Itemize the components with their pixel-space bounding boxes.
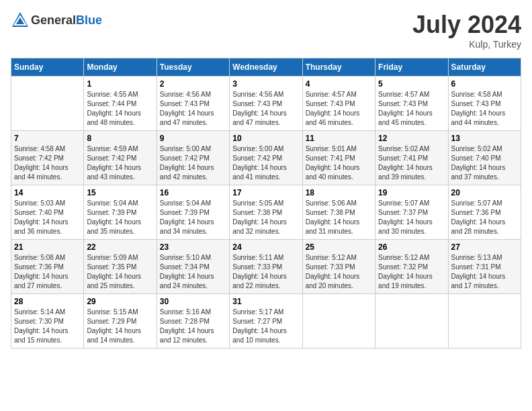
day-number: 22	[87, 242, 153, 252]
month-title: July 2024	[412, 11, 521, 39]
day-info: Sunrise: 4:57 AM Sunset: 7:43 PM Dayligh…	[306, 90, 372, 128]
day-info: Sunrise: 5:17 AM Sunset: 7:27 PM Dayligh…	[232, 308, 299, 345]
day-info: Sunrise: 5:15 AM Sunset: 7:29 PM Dayligh…	[87, 308, 153, 345]
calendar-day-cell: 8Sunrise: 4:59 AM Sunset: 7:42 PM Daylig…	[84, 131, 157, 185]
day-info: Sunrise: 5:03 AM Sunset: 7:40 PM Dayligh…	[14, 199, 81, 236]
location: Kulp, Turkey	[412, 39, 521, 50]
day-number: 19	[378, 188, 445, 197]
day-number: 17	[232, 188, 299, 197]
day-of-week-header: Saturday	[448, 58, 521, 77]
calendar-day-cell	[375, 294, 448, 349]
logo-text-general: General	[31, 13, 76, 27]
calendar-day-cell	[302, 294, 375, 349]
calendar-week-row: 21Sunrise: 5:08 AM Sunset: 7:36 PM Dayli…	[11, 240, 521, 294]
calendar-week-row: 1Sunrise: 4:55 AM Sunset: 7:44 PM Daylig…	[11, 77, 521, 131]
logo-text-blue: Blue	[76, 13, 102, 27]
day-number: 11	[306, 134, 372, 143]
day-number: 2	[160, 79, 226, 89]
day-number: 23	[160, 242, 226, 252]
day-number: 5	[378, 79, 445, 89]
day-info: Sunrise: 4:55 AM Sunset: 7:44 PM Dayligh…	[87, 90, 153, 128]
day-info: Sunrise: 5:10 AM Sunset: 7:34 PM Dayligh…	[160, 253, 226, 291]
day-info: Sunrise: 4:59 AM Sunset: 7:42 PM Dayligh…	[87, 144, 153, 182]
day-info: Sunrise: 5:09 AM Sunset: 7:35 PM Dayligh…	[87, 253, 153, 291]
calendar-day-cell: 20Sunrise: 5:07 AM Sunset: 7:36 PM Dayli…	[448, 185, 521, 240]
day-info: Sunrise: 5:00 AM Sunset: 7:42 PM Dayligh…	[232, 144, 299, 182]
day-number: 24	[232, 242, 299, 252]
day-info: Sunrise: 5:11 AM Sunset: 7:33 PM Dayligh…	[232, 253, 299, 291]
day-info: Sunrise: 5:04 AM Sunset: 7:39 PM Dayligh…	[160, 199, 226, 236]
day-info: Sunrise: 5:08 AM Sunset: 7:36 PM Dayligh…	[14, 253, 81, 291]
logo-icon	[11, 11, 30, 30]
day-info: Sunrise: 5:07 AM Sunset: 7:36 PM Dayligh…	[451, 199, 518, 236]
day-number: 15	[87, 188, 153, 197]
calendar-day-cell: 31Sunrise: 5:17 AM Sunset: 7:27 PM Dayli…	[230, 294, 302, 349]
day-number: 14	[14, 188, 81, 197]
day-number: 13	[451, 134, 518, 143]
day-number: 8	[87, 134, 153, 143]
day-info: Sunrise: 5:14 AM Sunset: 7:30 PM Dayligh…	[14, 308, 81, 345]
calendar-day-cell: 29Sunrise: 5:15 AM Sunset: 7:29 PM Dayli…	[84, 294, 157, 349]
calendar-day-cell: 7Sunrise: 4:58 AM Sunset: 7:42 PM Daylig…	[11, 131, 84, 185]
calendar-table: SundayMondayTuesdayWednesdayThursdayFrid…	[11, 58, 521, 349]
day-info: Sunrise: 5:02 AM Sunset: 7:41 PM Dayligh…	[378, 144, 445, 182]
calendar-day-cell: 26Sunrise: 5:12 AM Sunset: 7:32 PM Dayli…	[375, 240, 448, 294]
calendar-day-cell: 4Sunrise: 4:57 AM Sunset: 7:43 PM Daylig…	[302, 77, 375, 131]
calendar-day-cell: 18Sunrise: 5:06 AM Sunset: 7:38 PM Dayli…	[302, 185, 375, 240]
day-number: 26	[378, 242, 445, 252]
day-of-week-header: Monday	[84, 58, 157, 77]
calendar-day-cell: 15Sunrise: 5:04 AM Sunset: 7:39 PM Dayli…	[84, 185, 157, 240]
day-number: 25	[306, 242, 372, 252]
day-number: 27	[451, 242, 518, 252]
logo: GeneralBlue	[11, 11, 102, 30]
calendar-week-row: 7Sunrise: 4:58 AM Sunset: 7:42 PM Daylig…	[11, 131, 521, 185]
day-info: Sunrise: 5:04 AM Sunset: 7:39 PM Dayligh…	[87, 199, 153, 236]
day-info: Sunrise: 5:01 AM Sunset: 7:41 PM Dayligh…	[306, 144, 372, 182]
calendar-day-cell: 3Sunrise: 4:56 AM Sunset: 7:43 PM Daylig…	[230, 77, 302, 131]
calendar-day-cell: 1Sunrise: 4:55 AM Sunset: 7:44 PM Daylig…	[84, 77, 157, 131]
day-number: 1	[87, 79, 153, 89]
day-of-week-header: Thursday	[302, 58, 375, 77]
day-number: 29	[87, 297, 153, 306]
day-info: Sunrise: 4:58 AM Sunset: 7:43 PM Dayligh…	[451, 90, 518, 128]
day-number: 10	[232, 134, 299, 143]
calendar-day-cell: 24Sunrise: 5:11 AM Sunset: 7:33 PM Dayli…	[230, 240, 302, 294]
day-number: 21	[14, 242, 81, 252]
day-info: Sunrise: 5:16 AM Sunset: 7:28 PM Dayligh…	[160, 308, 226, 345]
calendar-day-cell: 2Sunrise: 4:56 AM Sunset: 7:43 PM Daylig…	[157, 77, 229, 131]
day-info: Sunrise: 5:12 AM Sunset: 7:33 PM Dayligh…	[306, 253, 372, 291]
calendar-day-cell: 13Sunrise: 5:02 AM Sunset: 7:40 PM Dayli…	[448, 131, 521, 185]
calendar-day-cell: 12Sunrise: 5:02 AM Sunset: 7:41 PM Dayli…	[375, 131, 448, 185]
day-info: Sunrise: 5:06 AM Sunset: 7:38 PM Dayligh…	[306, 199, 372, 236]
page-header: GeneralBlue July 2024 Kulp, Turkey	[11, 11, 521, 50]
day-number: 3	[232, 79, 299, 89]
calendar-day-cell: 9Sunrise: 5:00 AM Sunset: 7:42 PM Daylig…	[157, 131, 229, 185]
title-area: July 2024 Kulp, Turkey	[412, 11, 521, 50]
day-info: Sunrise: 5:13 AM Sunset: 7:31 PM Dayligh…	[451, 253, 518, 291]
day-number: 16	[160, 188, 226, 197]
calendar-day-cell: 27Sunrise: 5:13 AM Sunset: 7:31 PM Dayli…	[448, 240, 521, 294]
calendar-day-cell: 21Sunrise: 5:08 AM Sunset: 7:36 PM Dayli…	[11, 240, 84, 294]
day-of-week-header: Wednesday	[230, 58, 302, 77]
calendar-day-cell: 19Sunrise: 5:07 AM Sunset: 7:37 PM Dayli…	[375, 185, 448, 240]
calendar-day-cell: 5Sunrise: 4:57 AM Sunset: 7:43 PM Daylig…	[375, 77, 448, 131]
day-number: 7	[14, 134, 81, 143]
day-info: Sunrise: 5:00 AM Sunset: 7:42 PM Dayligh…	[160, 144, 226, 182]
calendar-week-row: 28Sunrise: 5:14 AM Sunset: 7:30 PM Dayli…	[11, 294, 521, 349]
day-info: Sunrise: 4:57 AM Sunset: 7:43 PM Dayligh…	[378, 90, 445, 128]
day-info: Sunrise: 5:12 AM Sunset: 7:32 PM Dayligh…	[378, 253, 445, 291]
calendar-day-cell	[11, 77, 84, 131]
days-of-week-row: SundayMondayTuesdayWednesdayThursdayFrid…	[11, 58, 521, 77]
calendar-day-cell: 11Sunrise: 5:01 AM Sunset: 7:41 PM Dayli…	[302, 131, 375, 185]
day-info: Sunrise: 4:56 AM Sunset: 7:43 PM Dayligh…	[232, 90, 299, 128]
calendar-header: SundayMondayTuesdayWednesdayThursdayFrid…	[11, 58, 521, 77]
day-number: 12	[378, 134, 445, 143]
day-number: 31	[232, 297, 299, 306]
calendar-day-cell: 25Sunrise: 5:12 AM Sunset: 7:33 PM Dayli…	[302, 240, 375, 294]
day-info: Sunrise: 4:56 AM Sunset: 7:43 PM Dayligh…	[160, 90, 226, 128]
calendar-week-row: 14Sunrise: 5:03 AM Sunset: 7:40 PM Dayli…	[11, 185, 521, 240]
day-of-week-header: Tuesday	[157, 58, 229, 77]
day-number: 30	[160, 297, 226, 306]
day-number: 18	[306, 188, 372, 197]
day-number: 20	[451, 188, 518, 197]
